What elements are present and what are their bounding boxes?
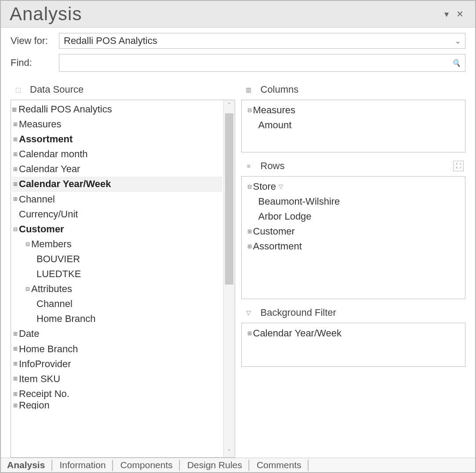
data-source-title: Data Source xyxy=(30,84,84,95)
expand-icon[interactable]: ⊞ xyxy=(12,165,19,173)
tree-item[interactable]: Home Branch xyxy=(36,311,96,326)
scrollbar[interactable]: ˄ ˅ xyxy=(223,100,235,457)
rows-title: Rows xyxy=(261,160,285,172)
expand-icon[interactable]: ⊞ xyxy=(12,390,19,398)
columns-title: Columns xyxy=(261,84,299,95)
bg-filter-title: Background Filter xyxy=(261,307,336,318)
rows-header: ≡ Rows ⛶ xyxy=(241,157,466,176)
expand-icon[interactable]: ⊞ xyxy=(12,330,19,338)
tree-item[interactable]: Calendar Year/Week xyxy=(253,326,342,341)
expand-icon[interactable]: ⊞ xyxy=(12,360,19,368)
close-icon[interactable]: ✕ xyxy=(453,9,466,19)
tree-item[interactable]: Beaumont-Wilshire xyxy=(258,194,340,209)
search-icon[interactable]: 🔍 xyxy=(452,59,461,67)
data-source-tree[interactable]: ▦Redalli POS Analytics ⊞Measures ⊞Assort… xyxy=(11,100,223,457)
collapse-icon[interactable]: ⊟ xyxy=(246,183,253,191)
rows-box[interactable]: ⊟Store▽ Beaumont-Wilshire Arbor Lodge ⊞C… xyxy=(241,176,466,299)
expand-icon[interactable]: ⊞ xyxy=(12,375,19,383)
view-for-select[interactable]: Redalli POS Analytics ⌄ xyxy=(59,33,465,49)
tree-item[interactable]: Store xyxy=(253,179,276,194)
expand-icon[interactable]: ⊞ xyxy=(246,227,253,236)
expand-icon[interactable]: ⊞ xyxy=(12,180,19,188)
tree-item[interactable]: Home Branch xyxy=(19,342,78,357)
tab-design-rules[interactable]: Design Rules xyxy=(185,460,244,470)
expand-icon[interactable]: ⊞ xyxy=(246,242,253,251)
tree-item[interactable]: Channel xyxy=(19,192,55,207)
tab-information[interactable]: Information xyxy=(58,460,108,470)
panel-title: Analysis xyxy=(10,4,440,25)
cube-icon: ⬚ xyxy=(14,86,22,93)
tree-item[interactable]: LUEDTKE xyxy=(36,267,81,282)
tree-item[interactable]: Measures xyxy=(253,103,296,118)
tab-comments[interactable]: Comments xyxy=(255,460,303,470)
expand-icon[interactable]: ⊞ xyxy=(12,120,19,129)
tree-item[interactable]: Assortment xyxy=(19,132,73,147)
tab-analysis[interactable]: Analysis xyxy=(5,460,47,470)
datasource-icon: ▦ xyxy=(12,105,17,114)
scroll-up-icon[interactable]: ˄ xyxy=(224,102,235,109)
expand-icon[interactable]: ⊞ xyxy=(12,345,19,353)
rows-icon: ≡ xyxy=(245,162,253,170)
collapse-icon[interactable]: ⊟ xyxy=(24,285,31,293)
collapse-icon[interactable]: ⊟ xyxy=(12,225,19,234)
columns-box[interactable]: ⊟Measures Amount xyxy=(241,100,466,152)
tree-item[interactable]: Arbor Lodge xyxy=(258,209,312,224)
bg-filter-box[interactable]: ⊞Calendar Year/Week xyxy=(241,323,466,367)
tab-components[interactable]: Components xyxy=(119,460,174,470)
find-label: Find: xyxy=(11,57,55,69)
tree-item[interactable]: Item SKU xyxy=(19,372,60,386)
view-for-value: Redalli POS Analytics xyxy=(64,35,157,47)
minimize-dropdown-icon[interactable]: ▾ xyxy=(440,9,453,19)
tree-item[interactable]: Redalli POS Analytics xyxy=(18,102,112,117)
tree-item[interactable]: Currency/Unit xyxy=(19,207,78,222)
data-source-header: ⬚ Data Source xyxy=(11,80,235,100)
bg-filter-header: ▽ Background Filter xyxy=(241,303,466,323)
chevron-down-icon: ⌄ xyxy=(455,37,461,45)
tree-item[interactable]: Amount xyxy=(258,118,292,133)
collapse-icon[interactable]: ⊟ xyxy=(246,106,253,115)
scroll-down-icon[interactable]: ˅ xyxy=(224,448,235,455)
find-input[interactable] xyxy=(64,57,452,69)
expand-icon[interactable]: ⊞ xyxy=(12,195,19,203)
tree-item[interactable]: Attributes xyxy=(31,282,72,296)
columns-icon: ▥ xyxy=(245,86,253,93)
tree-item[interactable]: Channel xyxy=(36,296,73,311)
tree-item[interactable]: Assortment xyxy=(253,239,302,254)
columns-header: ▥ Columns xyxy=(241,80,466,100)
tree-item[interactable]: Customer xyxy=(19,222,64,237)
tree-item[interactable]: Date xyxy=(19,326,39,341)
filter-icon[interactable]: ▽ xyxy=(279,182,283,191)
expand-icon[interactable]: ⊞ xyxy=(246,329,253,338)
tree-item[interactable]: Region xyxy=(19,401,50,409)
tree-item[interactable]: Receipt No. xyxy=(19,386,69,401)
tree-item[interactable]: Members xyxy=(31,237,72,252)
bottom-tabs: Analysis│ Information│ Components│ Desig… xyxy=(1,458,475,472)
panel-titlebar: Analysis ▾ ✕ xyxy=(1,1,475,28)
view-for-label: View for: xyxy=(11,35,55,47)
rows-settings-button[interactable]: ⛶ xyxy=(453,161,464,171)
expand-icon[interactable]: ⊞ xyxy=(12,150,19,159)
scroll-thumb[interactable] xyxy=(225,113,233,285)
find-box: 🔍 xyxy=(59,54,465,72)
tree-item[interactable]: Calendar Year xyxy=(19,162,80,177)
expand-icon[interactable]: ⊞ xyxy=(12,135,19,144)
tree-item[interactable]: InfoProvider xyxy=(19,357,71,372)
collapse-icon[interactable]: ⊟ xyxy=(24,240,31,249)
tree-item[interactable]: Customer xyxy=(253,224,295,239)
tree-item[interactable]: Calendar month xyxy=(19,147,88,162)
funnel-icon: ▽ xyxy=(245,309,253,316)
expand-icon[interactable]: ⊞ xyxy=(12,401,19,409)
tree-item[interactable]: BOUVIER xyxy=(36,252,80,267)
tree-item[interactable]: Measures xyxy=(19,117,62,132)
tree-item[interactable]: Calendar Year/Week xyxy=(19,177,111,191)
